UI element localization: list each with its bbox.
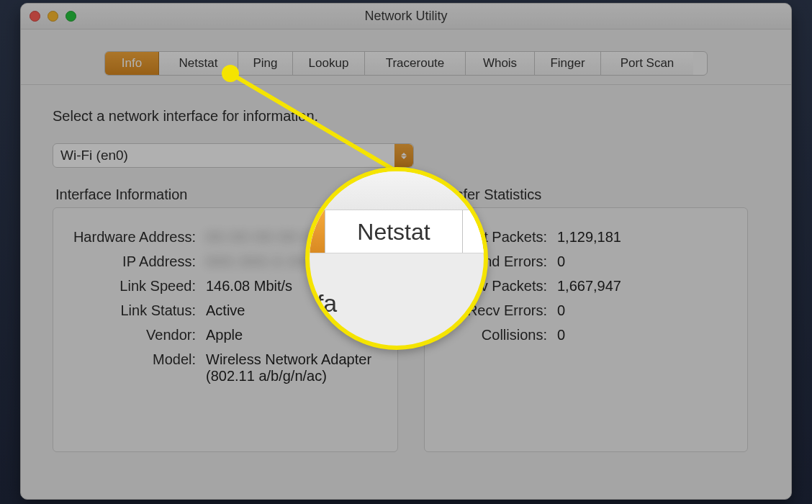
titlebar: Network Utility [21, 4, 791, 30]
interface-select-value: Wi-Fi (en0) [60, 148, 128, 163]
zoom-tab-netstat: Netstat [325, 210, 463, 253]
interface-select[interactable]: Wi-Fi (en0) [53, 143, 414, 168]
zoom-instruction-fragment: rk interfa [305, 253, 488, 318]
tab-ping[interactable]: Ping [238, 52, 293, 75]
close-icon[interactable] [30, 11, 40, 22]
serr-value: 0 [557, 253, 565, 270]
zoom-icon[interactable] [66, 11, 76, 22]
status-label: Link Status: [68, 302, 196, 319]
tab-traceroute[interactable]: Traceroute [365, 52, 466, 75]
tab-lookup[interactable]: Lookup [293, 52, 365, 75]
vendor-label: Vendor: [68, 327, 196, 343]
status-value: Active [206, 302, 245, 319]
coll-label: Collisions: [439, 327, 547, 343]
tab-whois[interactable]: Whois [466, 52, 535, 75]
zoom-callout: o Netstat rk interfa [305, 167, 488, 350]
tab-netstat[interactable]: Netstat [159, 52, 238, 75]
recv-value: 1,667,947 [557, 278, 621, 294]
zoom-tabbar: o Netstat [305, 210, 488, 253]
tab-portscan[interactable]: Port Scan [601, 52, 693, 75]
ip-value: 000.000.0.000 [206, 253, 317, 270]
tab-finger[interactable]: Finger [535, 52, 601, 75]
coll-value: 0 [557, 327, 565, 343]
tabbar-container: Info Netstat Ping Lookup Traceroute Whoi… [21, 30, 791, 85]
model-value: Wireless Network Adapter (802.11 a/b/g/n… [206, 351, 379, 384]
tab-info[interactable]: Info [105, 52, 159, 75]
right-panel-title: Transfer Statistics [427, 186, 748, 203]
window-title: Network Utility [364, 9, 447, 24]
traffic-lights [30, 11, 76, 22]
ip-label: IP Address: [68, 253, 196, 270]
tabbar: Info Netstat Ping Lookup Traceroute Whoi… [104, 51, 708, 76]
rerr-value: 0 [557, 302, 565, 319]
speed-label: Link Speed: [68, 278, 196, 294]
minimize-icon[interactable] [48, 11, 58, 22]
instruction-text: Select a network interface for informati… [53, 108, 755, 125]
select-arrow-icon [394, 144, 413, 167]
model-label: Model: [68, 351, 196, 384]
vendor-value: Apple [206, 327, 243, 343]
sent-value: 1,129,181 [557, 229, 621, 246]
hw-addr-label: Hardware Address: [68, 229, 196, 246]
speed-value: 146.08 Mbit/s [206, 278, 292, 294]
